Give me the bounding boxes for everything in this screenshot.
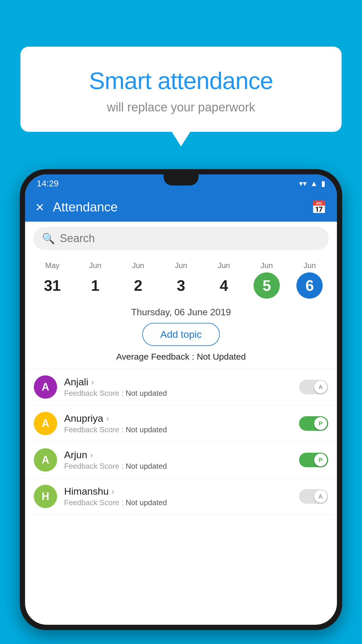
student-name-anjali: Anjali › (64, 376, 299, 388)
student-anjali[interactable]: A Anjali › Feedback Score : Not updated … (25, 369, 337, 405)
chevron-icon: › (90, 450, 93, 460)
avatar-anupriya: A (34, 412, 57, 435)
toggle-arjun[interactable]: P (299, 453, 328, 467)
chevron-icon: › (91, 377, 94, 387)
speech-bubble-container: Smart attendance will replace your paper… (20, 47, 342, 132)
app-title: Attendance (53, 200, 311, 214)
search-bar[interactable]: 🔍 (33, 227, 329, 250)
toggle-himanshu[interactable]: A (299, 489, 328, 504)
student-himanshu[interactable]: H Himanshu › Feedback Score : Not update… (25, 478, 337, 515)
status-icons: ▾▾ ▲ ▮ (299, 179, 325, 188)
feedback-score-anupriya: Feedback Score : Not updated (64, 425, 299, 434)
avatar-himanshu: H (34, 485, 57, 508)
avatar-anjali: A (34, 375, 57, 399)
student-anupriya[interactable]: A Anupriya › Feedback Score : Not update… (25, 405, 337, 442)
phone-screen: 14:29 ▾▾ ▲ ▮ × Attendance 📅 🔍 (25, 174, 337, 625)
toggle-anjali[interactable]: A (299, 380, 328, 394)
bubble-subtitle: will replace your paperwork (38, 100, 324, 114)
student-name-himanshu: Himanshu › (64, 486, 299, 497)
phone-notch (164, 174, 198, 186)
speech-bubble: Smart attendance will replace your paper… (20, 47, 342, 132)
student-info-anjali: Anjali › Feedback Score : Not updated (64, 376, 299, 398)
phone-frame: 14:29 ▾▾ ▲ ▮ × Attendance 📅 🔍 (20, 169, 342, 630)
bubble-title: Smart attendance (38, 67, 324, 94)
day-jun3[interactable]: Jun 3 (168, 261, 194, 299)
selected-date: Thursday, 06 June 2019 (25, 299, 337, 323)
student-name-arjun: Arjun › (64, 449, 299, 461)
student-info-anupriya: Anupriya › Feedback Score : Not updated (64, 413, 299, 434)
phone-container: 14:29 ▾▾ ▲ ▮ × Attendance 📅 🔍 (20, 169, 342, 644)
day-jun5[interactable]: Jun 5 (254, 261, 280, 299)
calendar-icon[interactable]: 📅 (311, 200, 326, 214)
add-topic-button[interactable]: Add topic (142, 323, 220, 346)
app-bar: × Attendance 📅 (25, 192, 337, 222)
student-arjun[interactable]: A Arjun › Feedback Score : Not updated P (25, 442, 337, 478)
student-info-arjun: Arjun › Feedback Score : Not updated (64, 449, 299, 471)
search-icon: 🔍 (42, 232, 55, 245)
day-may31[interactable]: May 31 (39, 261, 66, 299)
student-name-anupriya: Anupriya › (64, 413, 299, 424)
feedback-score-arjun: Feedback Score : Not updated (64, 462, 299, 471)
feedback-score-anjali: Feedback Score : Not updated (64, 389, 299, 398)
bottom-fade (25, 596, 337, 625)
calendar-strip: May 31 Jun 1 Jun 2 Jun 3 Jun 4 (25, 255, 337, 299)
battery-icon: ▮ (321, 179, 325, 188)
chevron-icon: › (106, 414, 109, 423)
toggle-anupriya[interactable]: P (299, 416, 328, 431)
day-jun6[interactable]: Jun 6 (296, 261, 323, 299)
chevron-icon: › (112, 487, 114, 496)
day-jun2[interactable]: Jun 2 (125, 261, 151, 299)
search-input[interactable] (60, 232, 320, 245)
avatar-arjun: A (34, 448, 57, 472)
signal-icon: ▲ (310, 179, 318, 188)
close-button[interactable]: × (36, 199, 44, 216)
student-info-himanshu: Himanshu › Feedback Score : Not updated (64, 486, 299, 507)
avg-feedback-label: Average Feedback : Not Updated (25, 352, 337, 362)
wifi-icon: ▾▾ (299, 179, 307, 188)
day-jun4[interactable]: Jun 4 (211, 261, 237, 299)
day-jun1[interactable]: Jun 1 (82, 261, 108, 299)
feedback-score-himanshu: Feedback Score : Not updated (64, 498, 299, 507)
status-time: 14:29 (37, 178, 59, 188)
